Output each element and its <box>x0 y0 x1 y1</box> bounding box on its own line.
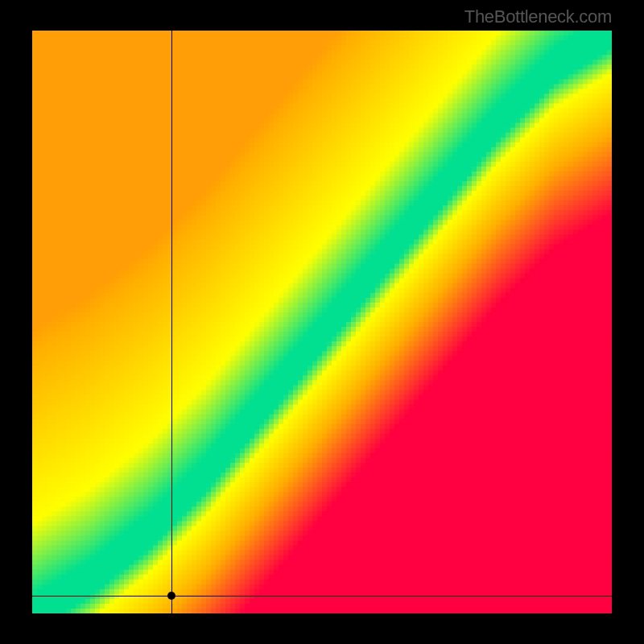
crosshair-marker-dot <box>167 592 175 600</box>
crosshair-vertical-line <box>171 31 172 613</box>
attribution-watermark: TheBottleneck.com <box>464 6 612 27</box>
bottleneck-heatmap <box>32 31 612 613</box>
chart-container: TheBottleneck.com <box>0 0 644 644</box>
crosshair-horizontal-line <box>32 596 612 597</box>
